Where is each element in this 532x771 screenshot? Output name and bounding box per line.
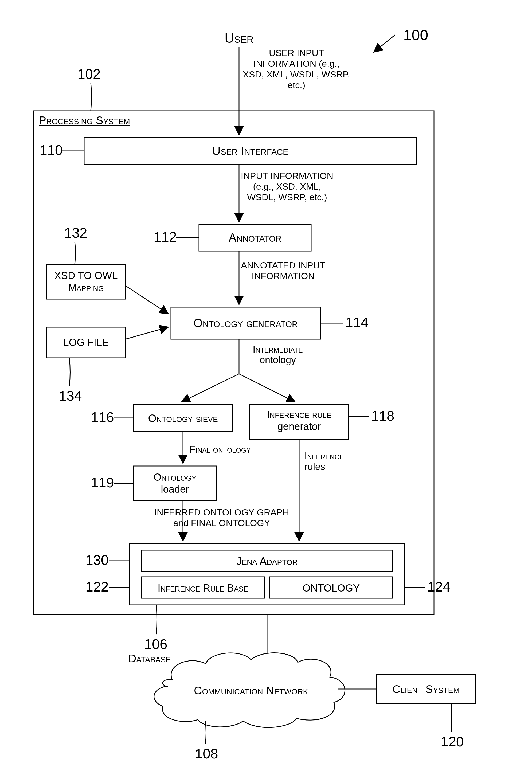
ref-124: 124 (427, 579, 451, 594)
svg-text:Intermediate: Intermediate (253, 344, 303, 355)
user-input-note: USER INPUT INFORMATION (e.g., XSD, XML, … (243, 48, 350, 90)
ontology-loader-label-l1: Ontology (153, 472, 196, 483)
ref-119: 119 (91, 475, 114, 490)
ref-108: 108 (195, 746, 218, 761)
lead-106 (156, 605, 157, 634)
inferred-ontology-note: INFERRED ONTOLOGY GRAPH and FINAL ONTOLO… (154, 507, 289, 528)
svg-text:USER INPUT: USER INPUT (269, 48, 324, 58)
ref-122: 122 (85, 579, 109, 594)
processing-system-box (33, 111, 434, 614)
ontology-loader-box (134, 466, 216, 501)
svg-text:WSDL, WSRP, etc.): WSDL, WSRP, etc.) (247, 192, 327, 202)
arrow-split-right (239, 374, 295, 402)
inference-rule-generator-label-l1: Inference rule (267, 409, 331, 420)
ref-106: 106 (144, 636, 167, 652)
jena-adaptor-label: Jena Adaptor (236, 555, 298, 567)
svg-text:generator: generator (277, 421, 321, 432)
svg-text:and FINAL ONTOLOGY: and FINAL ONTOLOGY (173, 518, 270, 528)
inference-rule-base-label: Inference Rule Base (158, 582, 248, 594)
ontology-sieve-label: Ontology sieve (148, 412, 218, 424)
svg-text:INPUT INFORMATION: INPUT INFORMATION (241, 171, 333, 181)
user-interface-label: User Interface (212, 144, 288, 157)
svg-text:rules: rules (304, 461, 325, 472)
svg-text:ontology: ontology (260, 354, 296, 365)
ref-110: 110 (40, 142, 63, 158)
ref-114: 114 (345, 315, 369, 330)
figure-ref-100: 100 (374, 26, 428, 52)
figure-ref-100-label: 100 (403, 26, 428, 43)
ref-134: 134 (59, 388, 82, 404)
svg-text:Inference: Inference (304, 451, 344, 461)
ref-112: 112 (154, 229, 177, 245)
client-system-label: Client System (392, 683, 460, 695)
lead-102 (91, 83, 92, 111)
svg-text:etc.): etc.) (288, 80, 305, 90)
arrow-xsd-to-ontogen (126, 286, 168, 314)
final-ontology-note: Final ontology (190, 444, 251, 455)
svg-text:XSD, XML, WSDL, WSRP,: XSD, XML, WSDL, WSRP, (243, 69, 350, 79)
lead-134 (69, 358, 70, 386)
svg-text:ANNOTATED INPUT: ANNOTATED INPUT (241, 260, 325, 270)
lead-108 (205, 721, 206, 744)
lead-120 (451, 704, 452, 732)
svg-text:INFORMATION: INFORMATION (252, 271, 314, 281)
svg-text:INFORMATION (e.g.,: INFORMATION (e.g., (253, 58, 339, 69)
ref-116: 116 (91, 409, 114, 425)
ref-132: 132 (64, 225, 87, 241)
xsd-owl-box (47, 264, 126, 299)
communication-network-label: Communication Network (194, 684, 308, 697)
ontology-store-label: ONTOLOGY (303, 582, 360, 594)
ref-120: 120 (441, 734, 464, 749)
annotated-input-note: ANNOTATED INPUT INFORMATION (241, 260, 325, 281)
ontology-generator-label: Ontology generator (194, 316, 298, 330)
user-label: User (225, 31, 253, 46)
inference-rules-note: Inference rules (304, 451, 344, 472)
arrow-split-left (182, 374, 239, 402)
ref-130: 130 (85, 552, 109, 568)
svg-text:INFERRED ONTOLOGY GRAPH: INFERRED ONTOLOGY GRAPH (154, 507, 289, 517)
xsd-owl-label-l2: Mapping (68, 282, 104, 293)
xsd-owl-label-l1: XSD TO OWL (54, 270, 118, 281)
ref-118: 118 (371, 408, 394, 424)
database-label: Database (128, 652, 171, 665)
input-info-note: INPUT INFORMATION (e.g., XSD, XML, WSDL,… (241, 171, 333, 202)
svg-text:loader: loader (161, 484, 189, 495)
arrow-log-to-ontogen (126, 327, 168, 339)
processing-system-label: Processing System (39, 114, 130, 127)
diagram-canvas: 100 User USER INPUT INFORMATION (e.g., X… (0, 0, 532, 771)
svg-text:(e.g., XSD, XML,: (e.g., XSD, XML, (253, 181, 321, 191)
lead-132 (75, 242, 76, 264)
ref-102: 102 (77, 66, 101, 82)
intermediate-ontology-note: Intermediate ontology (253, 344, 303, 365)
annotator-label: Annotator (229, 231, 281, 244)
log-file-label: LOG FILE (63, 337, 109, 348)
